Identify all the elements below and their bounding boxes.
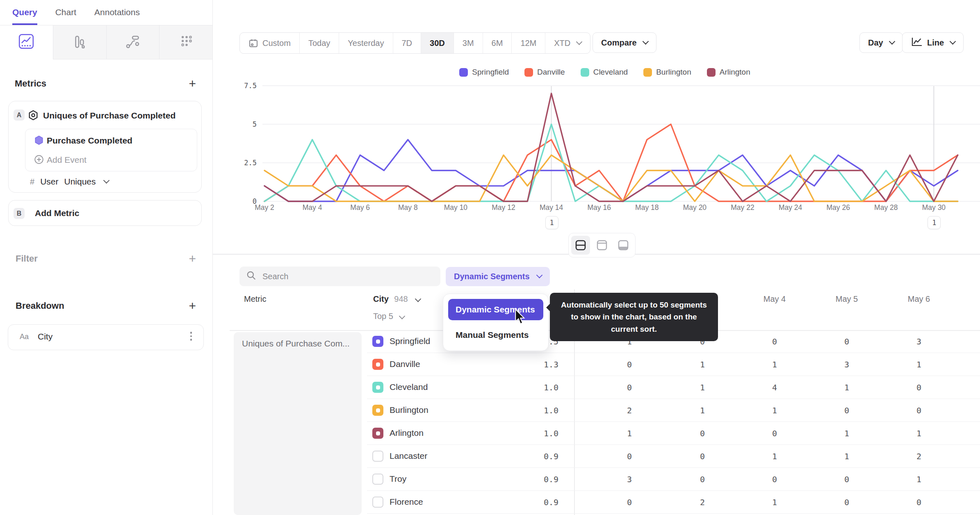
tab-annotations[interactable]: Annotations [94,0,140,25]
add-breakdown-button[interactable]: + [189,300,196,312]
segment-checkbox[interactable] [372,451,383,462]
compare-button[interactable]: Compare [593,32,656,53]
segment-day-value: 0 [894,406,944,415]
segment-label[interactable]: Cleveland [390,382,428,392]
range-3m[interactable]: 3M [454,33,483,53]
range-12m[interactable]: 12M [512,33,545,53]
range-custom[interactable]: Custom [240,33,300,53]
chart-type-retention-button[interactable] [159,25,212,59]
measure-row[interactable]: # User Uniques [30,177,109,187]
segment-day-value: 0 [894,497,944,507]
chevron-down-icon [415,296,422,302]
range-6m[interactable]: 6M [483,33,512,53]
segment-average: 0.9 [509,451,558,461]
segment-day-value: 1 [894,360,944,369]
tab-query[interactable]: Query [12,0,37,25]
line-chart-icon [18,33,35,52]
svg-text:5: 5 [253,120,257,128]
add-metric-plus-button[interactable]: + [189,77,196,90]
measure-type[interactable]: Uniques [64,177,96,187]
segment-day-value: 1 [822,383,871,392]
svg-text:May 28: May 28 [874,203,898,212]
chart-type-line-button[interactable] [0,25,53,59]
layout-split-horizontal-button[interactable] [571,236,590,255]
layout-table-bottom-button[interactable] [614,236,633,255]
date-range-control: CustomTodayYesterday7D30D3M6M12MXTD [239,32,590,54]
metrics-header-row: Metrics + [15,75,196,93]
annotation-badge[interactable]: 1 [545,216,558,229]
table-row-florence: Florence0.902100 [230,491,980,514]
query-sidebar: Query Chart Annotations [0,0,213,515]
segment-checkbox[interactable] [372,382,383,393]
segment-checkbox[interactable] [372,474,383,485]
tab-chart[interactable]: Chart [55,0,76,25]
svg-text:May 26: May 26 [827,203,850,212]
segment-day-value: 2 [605,406,654,415]
range-30d[interactable]: 30D [421,33,454,53]
segments-mode-button[interactable]: Dynamic Segments [446,267,550,286]
add-event-button[interactable]: Add Event [47,155,87,165]
segment-average: 1.0 [509,383,558,392]
calendar-icon [248,38,258,48]
add-filter-button[interactable]: + [189,253,196,265]
svg-text:May 20: May 20 [683,203,707,212]
granularity-button[interactable]: Day [859,32,903,53]
segment-day-value: 1 [750,360,799,369]
add-metric-card[interactable]: B Add Metric [8,200,202,226]
top-n-label: Top 5 [373,312,393,321]
dropdown-option-dynamic-segments[interactable]: Dynamic Segments [448,299,543,320]
metric-card[interactable]: A Uniques of Purchase Completed Purchase… [8,101,202,193]
chart-type-bar-button[interactable] [53,25,106,59]
segment-day-value: 1 [750,451,799,461]
line-chart[interactable]: 02.557.5May 2May 4May 6May 8May 10May 12… [230,57,980,250]
segment-label[interactable]: Burlington [390,405,428,415]
chart-type-stream-button[interactable] [106,25,160,59]
segment-day-value: 3 [605,474,654,484]
segment-checkbox[interactable] [372,428,383,439]
segment-label[interactable]: Troy [390,474,406,484]
day-column-header: May 6 [894,294,944,304]
hexagon-target-icon [27,109,39,123]
dot-grid-icon [178,33,195,52]
svg-text:May 6: May 6 [350,203,370,212]
tooltip-text: Automatically select up to 50 segments t… [561,301,707,333]
measure-entity[interactable]: User [40,177,58,187]
segment-day-value: 0 [750,337,799,346]
event-card[interactable]: Purchase Completed Add Event [25,129,197,171]
segment-label[interactable]: Springfield [390,336,430,346]
segment-label[interactable]: Lancaster [390,451,427,461]
segment-day-value: 3 [822,360,871,369]
segment-day-value: 1 [894,428,944,438]
group-column-header[interactable]: City 948 [373,294,420,304]
segment-day-value: 0 [822,474,871,484]
top-n-selector[interactable]: Top 5 [373,312,404,321]
range-yesterday[interactable]: Yesterday [339,33,393,53]
add-metric-label: Add Metric [35,208,80,218]
segment-checkbox[interactable] [372,405,383,416]
table-row-troy: Troy0.930001 [230,468,980,491]
breakdown-item-city[interactable]: Aa City [8,324,204,350]
kebab-menu-icon[interactable] [190,332,192,341]
range-xtd[interactable]: XTD [545,33,590,53]
segment-label[interactable]: Danville [390,359,420,369]
add-metric-badge: B [14,208,25,219]
svg-text:May 2: May 2 [255,203,274,212]
layout-chart-only-button[interactable] [593,236,611,255]
range-7d[interactable]: 7D [393,33,422,53]
chart-style-button[interactable]: Line [902,32,964,53]
range-today[interactable]: Today [300,33,339,53]
segment-day-value: 0 [822,497,871,507]
sidebar-tabs: Query Chart Annotations [0,0,212,25]
event-name[interactable]: Purchase Completed [47,136,132,146]
dropdown-option-manual-segments[interactable]: Manual Segments [448,324,543,346]
segment-checkbox[interactable] [372,497,383,508]
annotation-badge[interactable]: 1 [928,216,941,229]
search-input[interactable] [262,271,434,282]
segment-checkbox[interactable] [372,336,383,347]
day-column-header: May 5 [822,294,871,304]
segment-average: 0.9 [509,474,558,484]
segment-label[interactable]: Arlington [390,428,424,438]
segment-label[interactable]: Florence [390,497,423,507]
segment-checkbox[interactable] [372,359,383,370]
table-row-danville: Danville1.301131 [230,353,980,376]
